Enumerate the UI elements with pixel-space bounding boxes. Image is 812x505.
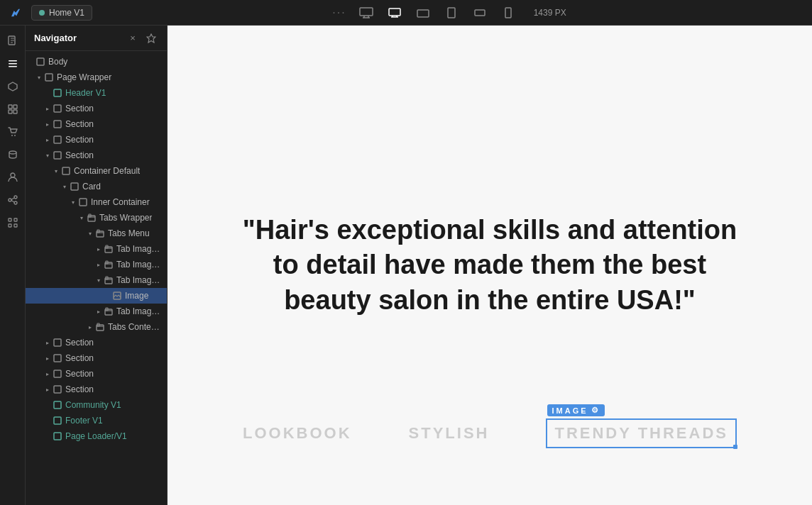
tree-arrow-tab-image-3[interactable]: ▾ [94, 275, 104, 285]
tree-arrow-tabs-menu[interactable]: ▾ [85, 228, 95, 238]
tree-icon-section-7 [53, 369, 62, 379]
logic-icon[interactable] [3, 190, 23, 210]
tree-arrow-inner-container[interactable]: ▾ [68, 197, 78, 207]
tree-item-tabs-content[interactable]: ▸Tabs Conte… [26, 319, 167, 335]
navigator-sidebar-icon[interactable] [3, 54, 23, 74]
tree-item-section-3[interactable]: ▸Section [26, 132, 167, 148]
tree-item-tabs-wrapper[interactable]: ▾Tabs Wrapper [26, 210, 167, 226]
navigator-close-btn[interactable]: × [126, 31, 140, 45]
svg-rect-59 [54, 355, 61, 362]
tree-item-tab-image-1[interactable]: ▸Tab Imag… [26, 241, 167, 257]
tree-item-tabs-menu[interactable]: ▾Tabs Menu [26, 226, 167, 241]
tree-arrow-tab-image-4[interactable]: ▸ [94, 306, 104, 316]
tree-item-container-default[interactable]: ▾Container Default [26, 163, 167, 179]
navigator-header: Navigator × [26, 26, 167, 51]
more-options-icon[interactable]: ··· [332, 6, 346, 19]
tree-arrow-card[interactable]: ▾ [60, 182, 70, 192]
desktop-large-icon[interactable] [358, 4, 375, 21]
apps-icon[interactable] [3, 213, 23, 233]
tree-label-page-loader: Page Loader/V1 [65, 431, 127, 441]
home-tab[interactable]: Home V1 [31, 5, 92, 21]
resize-handle[interactable] [733, 445, 737, 449]
tree-item-image[interactable]: Image [26, 288, 167, 304]
tree-item-section-8[interactable]: ▸Section [26, 382, 167, 397]
svg-rect-9 [448, 8, 455, 18]
tree-arrow-section-2[interactable]: ▸ [43, 119, 53, 129]
tree-item-section-5[interactable]: ▸Section [26, 335, 167, 350]
svg-point-23 [11, 173, 15, 177]
cms-icon[interactable] [3, 145, 23, 165]
image-badge-gear-icon[interactable]: ⚙ [591, 406, 600, 415]
assets-icon[interactable] [3, 99, 23, 119]
tree-item-tab-image-3[interactable]: ▾Tab Imag… [26, 272, 167, 288]
tree-item-tab-image-2[interactable]: ▸Tab Imag… [26, 257, 167, 272]
tree-arrow-page-wrapper[interactable]: ▾ [34, 72, 44, 82]
quote-section: "Hair's exceptional skills and attention… [213, 184, 767, 346]
canvas-area[interactable]: "Hair's exceptional skills and attention… [168, 26, 812, 505]
tree-arrow-tabs-content[interactable]: ▸ [85, 322, 95, 332]
ecommerce-icon[interactable] [3, 122, 23, 142]
tree-item-tab-image-4[interactable]: ▸Tab Imag… [26, 304, 167, 319]
webflow-logo[interactable] [6, 3, 26, 23]
tree-label-tab-image-3: Tab Imag… [116, 275, 160, 285]
tree-arrow-section-1[interactable]: ▸ [43, 104, 53, 113]
tree-arrow-footer-v1[interactable] [43, 416, 53, 426]
desktop-icon[interactable] [386, 4, 403, 21]
tree-item-section-6[interactable]: ▸Section [26, 350, 167, 366]
tree-item-section-2[interactable]: ▸Section [26, 116, 167, 132]
tree-icon-tab-image-2 [104, 260, 114, 270]
mobile-portrait-icon[interactable] [500, 4, 517, 21]
tablet-landscape-icon[interactable] [415, 4, 432, 21]
tree-icon-section-1 [53, 104, 62, 113]
brand-trendy-threads[interactable]: Image ⚙ Trendy Threads [546, 418, 737, 448]
navigator-pin-btn[interactable] [144, 31, 158, 45]
tree-arrow-section-6[interactable]: ▸ [43, 353, 53, 363]
tree-arrow-section-8[interactable]: ▸ [43, 384, 53, 394]
tree-arrow-section-5[interactable]: ▸ [43, 338, 53, 348]
svg-rect-38 [54, 136, 61, 143]
tree-item-section-1[interactable]: ▸Section [26, 101, 167, 116]
tree-item-section-7[interactable]: ▸Section [26, 366, 167, 382]
tree-item-section-4[interactable]: ▾Section [26, 148, 167, 163]
mobile-landscape-icon[interactable] [471, 4, 488, 21]
components-icon[interactable] [3, 77, 23, 96]
tree-item-card[interactable]: ▾Card [26, 179, 167, 194]
tree-icon-section-2 [53, 119, 62, 129]
brand-lookbook[interactable]: LOOKBOOK [243, 424, 352, 443]
tablet-portrait-icon[interactable] [443, 4, 460, 21]
tree-arrow-section-3[interactable]: ▸ [43, 135, 53, 145]
svg-point-22 [9, 151, 16, 154]
tree-arrow-tab-image-2[interactable]: ▸ [94, 260, 104, 270]
tree-arrow-header-v1[interactable] [43, 88, 53, 98]
pages-icon[interactable] [3, 31, 23, 51]
tree-icon-section-6 [53, 353, 62, 363]
tree-item-footer-v1[interactable]: Footer V1 [26, 413, 167, 428]
svg-rect-13 [9, 60, 17, 62]
tree-icon-tabs-wrapper [87, 213, 97, 223]
tree-arrow-image[interactable] [102, 291, 112, 301]
users-icon[interactable] [3, 167, 23, 187]
tree-item-body[interactable]: Body [26, 54, 167, 70]
tree-item-inner-container[interactable]: ▾Inner Container [26, 194, 167, 210]
tree-icon-card [70, 182, 79, 192]
tree-item-community-v1[interactable]: Community V1 [26, 397, 167, 413]
tree-arrow-community-v1[interactable] [43, 400, 53, 410]
tree-arrow-body[interactable] [26, 57, 35, 67]
navigator-panel: Navigator × Body▾Page WrapperHeader V1▸S… [26, 26, 168, 505]
tree-arrow-page-loader[interactable] [43, 431, 53, 441]
tree-arrow-tab-image-1[interactable]: ▸ [94, 244, 104, 254]
tree-arrow-tabs-wrapper[interactable]: ▾ [77, 213, 87, 223]
tab-dot [39, 10, 45, 16]
tree-item-page-loader[interactable]: Page Loader/V1 [26, 428, 167, 444]
brand-stylish[interactable]: STYLISH [409, 424, 490, 443]
tree-item-page-wrapper[interactable]: ▾Page Wrapper [26, 70, 167, 85]
svg-rect-34 [45, 74, 53, 81]
tree-label-tab-image-1: Tab Imag… [116, 244, 160, 254]
tree-arrow-section-4[interactable]: ▾ [43, 150, 53, 160]
tree-label-section-5: Section [65, 338, 94, 348]
tree-arrow-container-default[interactable]: ▾ [51, 166, 61, 176]
tree-label-section-4: Section [65, 150, 94, 160]
tree-arrow-section-7[interactable]: ▸ [43, 369, 53, 379]
tree-label-image: Image [125, 291, 148, 301]
tree-item-header-v1[interactable]: Header V1 [26, 85, 167, 101]
